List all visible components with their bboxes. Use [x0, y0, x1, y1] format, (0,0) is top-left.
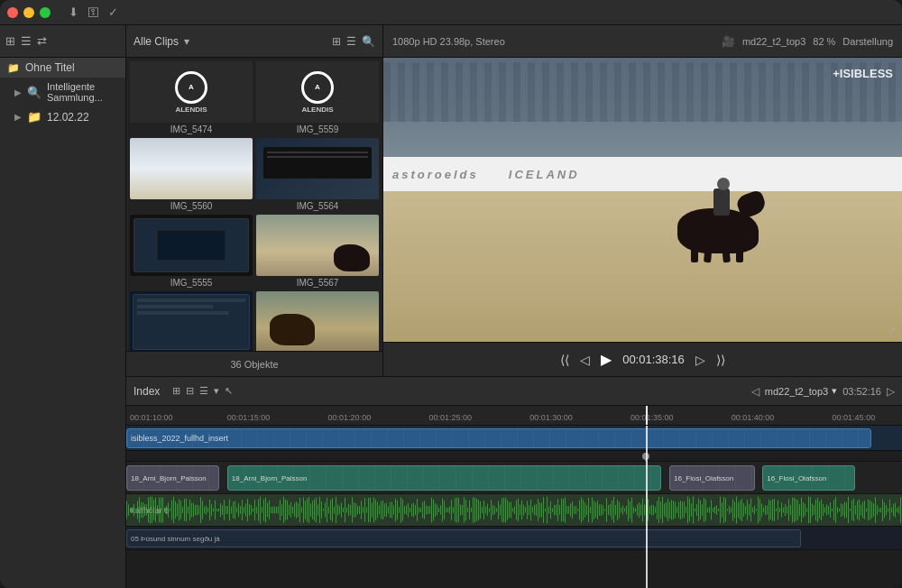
fast-forward-icon[interactable]: ⟩⟩: [716, 353, 725, 367]
list-view-icon[interactable]: ☰: [346, 35, 356, 48]
sidebar: ⊞ ☰ ⇄ 📁 Ohne Titel ▶ 🔍 Intelligente Samm…: [0, 25, 126, 588]
key-icon[interactable]: ⚿: [87, 5, 99, 19]
arena-floor: [383, 191, 902, 342]
index-label: Index: [133, 385, 160, 398]
list-item[interactable]: IMG_5569: [256, 291, 379, 351]
clip-arni-teal[interactable]: 18_Arni_Bjorn_Palsson: [227, 465, 662, 491]
logo-ring: A: [175, 71, 207, 104]
timeline-icon-3[interactable]: ☰: [199, 385, 208, 397]
sidebar-icon-2[interactable]: ☰: [21, 34, 32, 48]
horse-leg2: [704, 243, 713, 263]
audio-track-label: Kálfhólar 6: [130, 506, 169, 515]
list-item[interactable]: IMG_5564: [256, 138, 379, 211]
browser-toolbar: Alle Clips ▾ ⊞ ☰ 🔍: [126, 25, 382, 58]
step-back-icon[interactable]: ◁: [580, 353, 590, 367]
clips-dropdown-icon[interactable]: ▾: [184, 35, 189, 48]
download-icon[interactable]: ⬇: [69, 5, 78, 19]
sidebar-title-label: Ohne Titel: [25, 61, 75, 74]
titlebar: ⬇ ⚿ ✓: [0, 0, 902, 25]
arena-banner: astoroelds ICELAND: [383, 157, 902, 191]
arrow-icon: ▶: [14, 87, 22, 97]
maximize-button[interactable]: [40, 7, 51, 18]
close-button[interactable]: [7, 7, 18, 18]
media-label-2: IMG_5559: [256, 124, 379, 134]
timeline-nav-right[interactable]: ▷: [887, 385, 895, 398]
playhead-line: [646, 426, 648, 588]
sidebar-icon-1[interactable]: ⊞: [5, 34, 15, 48]
arrow-icon-2: ▶: [14, 112, 22, 122]
main-layout: ⊞ ☰ ⇄ 📁 Ohne Titel ▶ 🔍 Intelligente Samm…: [0, 25, 902, 588]
content-area: Alle Clips ▾ ⊞ ☰ 🔍 A ALENDIS: [126, 25, 902, 588]
logo-ring-2: A: [301, 71, 334, 104]
grid-view-icon[interactable]: ⊞: [332, 35, 341, 48]
viewer-view-label[interactable]: Darstellung: [842, 36, 893, 47]
filmstrip-bg: [127, 429, 870, 447]
play-button[interactable]: ▶: [601, 351, 612, 368]
media-grid: A ALENDIS IMG_5474 A ALENDIS: [126, 58, 382, 351]
sidebar-item-date[interactable]: ▶ 📁 12.02.22: [0, 106, 125, 127]
timeline-icon-2[interactable]: ⊟: [186, 385, 194, 397]
viewer-toolbar: 1080p HD 23.98p, Stereo 🎥 md22_t2_top3 8…: [383, 25, 902, 58]
clip-subtitle[interactable]: 05 Þúsund sinnum segðu já: [126, 529, 801, 547]
sidebar-item-ohne-titel[interactable]: 📁 Ohne Titel: [0, 58, 125, 78]
waveform-canvas: [126, 494, 902, 526]
checkmark-icon[interactable]: ✓: [108, 5, 118, 19]
list-item[interactable]: IMG_5567: [256, 215, 379, 288]
rider-body: [713, 188, 730, 216]
ruler-mark-5: 00:01:30:00: [529, 413, 573, 422]
timeline-ruler: 00:01:10:00 00:01:15:00 00:01:20:00 00:0…: [126, 406, 902, 426]
subtitle-text: 05 Þúsund sinnum segðu já: [127, 535, 224, 543]
horse-leg4: [736, 241, 743, 262]
timeline-project: md22_t2_top3 ▾: [765, 385, 837, 397]
track-main-video: isibless_2022_fullhd_insert: [126, 426, 902, 451]
timeline-icon-4[interactable]: ▾: [214, 385, 219, 397]
timeline-duration: 03:52:16: [842, 386, 881, 397]
media-browser: Alle Clips ▾ ⊞ ☰ 🔍 A ALENDIS: [126, 25, 383, 376]
sidebar-items: 📁 Ohne Titel ▶ 🔍 Intelligente Sammlung..…: [0, 58, 125, 588]
playhead-ruler: [646, 406, 648, 425]
top-content: Alle Clips ▾ ⊞ ☰ 🔍 A ALENDIS: [126, 25, 902, 377]
step-forward-icon[interactable]: ▷: [695, 353, 705, 367]
video-arena: astoroelds ICELAND: [383, 58, 902, 342]
ruler-mark-4: 00:01:25:00: [428, 413, 472, 422]
sidebar-icon-3[interactable]: ⇄: [37, 34, 47, 48]
clip-arni-gray[interactable]: 18_Arni_Bjorn_Palsson: [126, 465, 219, 491]
cursor-icon[interactable]: ↖: [225, 385, 233, 397]
clip-flosi-gray[interactable]: 16_Flosi_Olafsson: [669, 465, 755, 491]
sidebar-date-label: 12.02.22: [47, 111, 89, 124]
connection-row: [126, 451, 902, 462]
rewind-icon[interactable]: ⟨⟨: [560, 353, 569, 367]
ruler-mark-8: 00:01:45:00: [833, 413, 876, 422]
list-item[interactable]: A ALENDIS IMG_5559: [256, 61, 379, 134]
timeline-nav-left[interactable]: ◁: [751, 385, 759, 398]
viewer-zoom-label[interactable]: 82 %: [813, 36, 835, 47]
viewer-content: astoroelds ICELAND: [383, 58, 902, 342]
media-label-6: IMG_5567: [256, 278, 379, 288]
list-item[interactable]: IMG_5560: [130, 138, 253, 211]
timeline-section: Index ⊞ ⊟ ☰ ▾ ↖ ◁ md22_t2_top3 ▾ 03:52:1…: [126, 377, 902, 588]
list-item[interactable]: IMG_5555: [130, 215, 253, 288]
list-item[interactable]: A ALENDIS IMG_5474: [130, 61, 253, 134]
project-dropdown-icon[interactable]: ▾: [832, 385, 837, 397]
horse-rider: [673, 177, 772, 262]
sidebar-item-sammlung[interactable]: ▶ 🔍 Intelligente Sammlung...: [0, 78, 125, 106]
ruler-mark-2: 00:01:15:00: [227, 413, 271, 422]
track-subtitle: 05 Þúsund sinnum segðu já: [126, 527, 902, 550]
objects-count: 36 Objekte: [230, 359, 278, 370]
fullscreen-icon[interactable]: ⤢: [888, 324, 897, 336]
camera-icon: 🎥: [722, 35, 735, 48]
media-label-3: IMG_5560: [130, 201, 253, 211]
search-icon[interactable]: 🔍: [362, 35, 375, 48]
browser-footer: 36 Objekte: [126, 351, 382, 376]
clip-flosi-teal[interactable]: 16_Flosi_Olafsson: [762, 465, 855, 491]
timeline-icon-1[interactable]: ⊞: [172, 385, 180, 397]
ruler-mark-6: 00:01:35:00: [630, 413, 674, 422]
clip-isibless[interactable]: isibless_2022_fullhd_insert: [126, 428, 871, 448]
minimize-button[interactable]: [23, 7, 34, 18]
sidebar-sammlung-label: Intelligente Sammlung...: [47, 81, 118, 103]
arena-crowd: [383, 58, 902, 157]
ruler-mark-7: 00:01:40:00: [732, 413, 775, 422]
list-item[interactable]: IMG_5568: [130, 291, 253, 351]
video-frame: astoroelds ICELAND: [383, 58, 902, 342]
horse-leg1: [691, 240, 698, 262]
